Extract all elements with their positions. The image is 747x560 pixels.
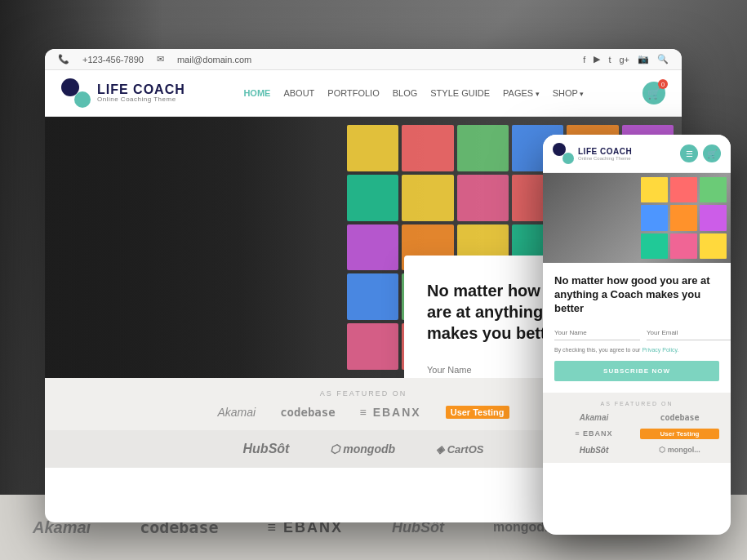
mobile-nav-icons: ☰ 🛒: [680, 144, 721, 162]
logo-main-text: LIFE COACH: [97, 82, 185, 97]
sticky-note: [347, 273, 398, 320]
mobile-featured-section: AS FEATURED ON Akamai codebase ≡ EBANX U…: [543, 393, 731, 463]
mobile-popup-title: No matter how good you are at anything a…: [554, 274, 719, 316]
mobile-menu-button[interactable]: ☰: [680, 144, 698, 162]
sticky-note: [457, 125, 509, 171]
mobile-inputs: [554, 326, 719, 340]
nav-blog[interactable]: BLOG: [393, 88, 418, 98]
phone-number: +123-456-7890: [82, 55, 144, 64]
mobile-hubspot-logo: HubSôt: [554, 446, 634, 455]
mobile-cart-button[interactable]: 🛒: [703, 144, 721, 162]
navbar: LIFE COACH Online Coaching Theme HOME AB…: [45, 70, 682, 117]
instagram-icon[interactable]: 📷: [638, 54, 649, 64]
sticky-note: [347, 175, 398, 221]
nav-portfolio[interactable]: PORTFOLIO: [327, 88, 379, 98]
sticky-note: [347, 224, 398, 271]
codebase-logo: codebase: [280, 406, 335, 419]
name-input[interactable]: [427, 360, 540, 378]
hero-overlay: [45, 117, 322, 378]
mobile-logo-sub: Online Coaching Theme: [578, 156, 632, 161]
mobile-codebase-logo: codebase: [640, 413, 719, 422]
nav-shop[interactable]: SHOP: [553, 88, 585, 98]
mobile-logo-text: LIFE COACH: [578, 147, 632, 156]
mobile-mongodb-logo: ⬡ mongol...: [640, 446, 719, 454]
nav-home[interactable]: HOME: [243, 88, 270, 98]
mobile-logo-circle-teal: [562, 153, 574, 164]
sticky-note: [457, 175, 509, 221]
mobile-privacy-link[interactable]: Privacy Policy.: [642, 347, 678, 353]
mobile-email-input[interactable]: [647, 326, 731, 340]
ebanx-logo: ≡ EBANX: [360, 406, 421, 419]
sticky-note: [347, 323, 398, 370]
mobile-akamai-logo: Akamai: [554, 413, 634, 422]
logo: LIFE COACH Online Coaching Theme: [61, 78, 185, 108]
akamai-logo: Akamai: [217, 406, 256, 419]
mobile-checkbox-row: By checking this, you agree to our Priva…: [554, 347, 719, 353]
mobile-window: LIFE COACH Online Coaching Theme ☰ 🛒 No …: [543, 135, 731, 535]
mobile-subscribe-button[interactable]: SUBSCRIBE NOW: [554, 361, 719, 381]
usertesting-logo: User Testing: [446, 406, 509, 419]
hubspot-logo: HubSôt: [243, 442, 290, 456]
topbar: 📞 +123-456-7890 ✉ mail@domain.com f ▶ t …: [45, 49, 682, 70]
mongodb-logo: ⬡ mongodb: [330, 442, 395, 456]
sticky-note: [402, 125, 453, 171]
mobile-name-input[interactable]: [554, 326, 640, 340]
sticky-note: [347, 125, 398, 171]
phone-icon: 📞: [58, 54, 69, 64]
logo-circle-teal: [74, 91, 91, 108]
sticky-note: [402, 175, 453, 221]
facebook-icon[interactable]: f: [583, 55, 585, 64]
twitter-icon[interactable]: t: [608, 55, 611, 64]
mobile-brand-logos: Akamai codebase ≡ EBANX User Testing Hub…: [554, 413, 719, 455]
cart-badge: 0: [658, 79, 668, 89]
mobile-featured-label: AS FEATURED ON: [554, 401, 719, 407]
mobile-usertesting-logo: User Testing: [640, 429, 719, 439]
mobile-navbar: LIFE COACH Online Coaching Theme ☰ 🛒: [543, 135, 731, 173]
youtube-icon[interactable]: ▶: [594, 54, 600, 64]
logo-icon: [61, 78, 91, 108]
cartOS-logo: ◈ CartOS: [436, 443, 483, 456]
mobile-subscribe-popup: No matter how good you are at anything a…: [543, 263, 731, 393]
nav-pages[interactable]: PAGES: [503, 88, 540, 98]
email-address: mail@domain.com: [177, 55, 251, 64]
nav-style-guide[interactable]: STYLE GUIDE: [430, 88, 490, 98]
nav-about[interactable]: ABOUT: [283, 88, 314, 98]
logo-sub-text: Online Coaching Theme: [97, 96, 185, 104]
googleplus-icon[interactable]: g+: [619, 55, 629, 64]
mobile-ebanx-logo: ≡ EBANX: [554, 429, 634, 438]
mobile-logo: LIFE COACH Online Coaching Theme: [553, 143, 632, 164]
cart-button[interactable]: 🛒 0: [643, 82, 665, 104]
email-icon: ✉: [157, 54, 164, 64]
nav-links: HOME ABOUT PORTFOLIO BLOG STYLE GUIDE PA…: [243, 88, 584, 98]
mobile-logo-icon: [553, 143, 574, 164]
search-icon[interactable]: 🔍: [657, 54, 669, 64]
mobile-hero: [543, 173, 731, 263]
